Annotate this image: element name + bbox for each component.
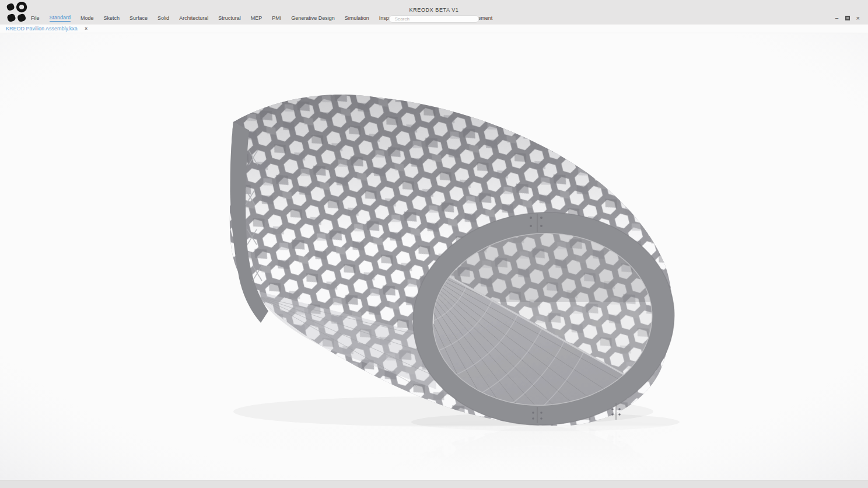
status-bar [0,480,868,488]
menu-item-mep[interactable]: MEP [251,15,262,22]
menu-item-surface[interactable]: Surface [130,15,148,22]
minimize-button[interactable]: − [835,15,838,21]
viewport-3d[interactable] [0,33,868,480]
menu-item-pmi[interactable]: PMI [272,15,281,22]
search-box [389,12,480,23]
document-tab[interactable]: KREOD Pavilion Assembly.kxa × [0,25,93,33]
search-input[interactable] [389,15,480,23]
menu-item-structural[interactable]: Structural [218,15,241,22]
menu-item-mode[interactable]: Mode [80,15,94,22]
menu-item-simulation[interactable]: Simulation [345,15,369,22]
maximize-button[interactable] [845,16,850,20]
menu-item-generative-design[interactable]: Generative Design [291,15,335,22]
menu-item-standard[interactable]: Standard [50,15,71,22]
close-button[interactable]: × [856,15,860,21]
window-controls: − × [835,15,860,21]
menu-item-architectural[interactable]: Architectural [179,15,208,22]
titlebar: KREODX BETA V1 − × File Standard Mode Sk… [0,0,868,25]
menu-item-file[interactable]: File [31,15,40,22]
menu-item-sketch[interactable]: Sketch [104,15,120,22]
tab-close-icon[interactable]: × [85,26,88,32]
document-tabbar: KREOD Pavilion Assembly.kxa × [0,25,868,33]
app-window: KREODX BETA V1 − × File Standard Mode Sk… [0,0,868,488]
pavilion-3d-render [0,33,868,480]
document-tab-label: KREOD Pavilion Assembly.kxa [6,26,78,32]
menu-item-solid[interactable]: Solid [158,15,169,22]
